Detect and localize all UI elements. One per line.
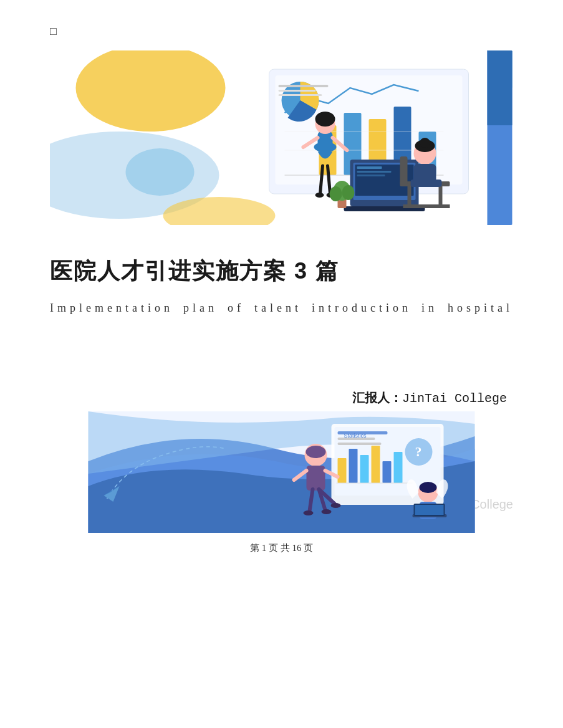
page-number: 第 1 页 共 16 页 <box>50 542 513 554</box>
svg-point-52 <box>342 185 355 200</box>
svg-rect-61 <box>338 458 347 483</box>
svg-rect-21 <box>279 94 322 96</box>
svg-rect-25 <box>357 166 382 169</box>
svg-rect-27 <box>357 175 385 176</box>
bookmark-icon: □ <box>50 25 513 38</box>
svg-rect-86 <box>415 505 444 515</box>
svg-rect-20 <box>279 90 316 92</box>
svg-point-71 <box>306 446 326 458</box>
svg-point-46 <box>420 138 430 148</box>
svg-rect-48 <box>411 180 442 187</box>
svg-rect-65 <box>383 461 392 483</box>
svg-rect-72 <box>307 466 325 491</box>
svg-text:?: ? <box>415 444 422 459</box>
svg-rect-63 <box>360 455 369 483</box>
svg-rect-66 <box>394 452 403 483</box>
subtitle-word-1: Implementation <box>50 302 173 315</box>
svg-rect-7 <box>488 50 512 125</box>
subtitle-word-5: introduction <box>312 302 411 315</box>
svg-point-37 <box>315 193 324 198</box>
page-container: □ <box>0 0 563 728</box>
svg-rect-62 <box>349 449 358 483</box>
subtitle: Implementation plan of talent introducti… <box>50 302 513 315</box>
subtitle-word-6: in <box>421 302 438 315</box>
svg-rect-26 <box>357 171 392 173</box>
svg-point-32 <box>315 112 335 127</box>
svg-point-82 <box>420 482 437 493</box>
svg-rect-30 <box>318 132 333 151</box>
subtitle-word-3: of <box>228 302 244 315</box>
svg-point-80 <box>331 503 341 508</box>
bottom-banner: ? <box>50 411 513 533</box>
top-banner <box>50 50 513 225</box>
svg-rect-43 <box>400 156 408 184</box>
svg-rect-19 <box>279 85 329 87</box>
reporter-label: 汇报人： <box>352 390 402 406</box>
title-section: 医院人才引进实施方案 3 篇 Implementation plan of ta… <box>50 256 513 315</box>
svg-point-77 <box>304 510 314 515</box>
svg-point-78 <box>322 509 332 514</box>
svg-text:Statistics: Statistics <box>344 433 367 439</box>
svg-rect-64 <box>372 446 380 483</box>
subtitle-word-4: talent <box>254 302 302 315</box>
svg-point-3 <box>126 148 195 196</box>
subtitle-word-2: plan <box>183 302 218 315</box>
main-title: 医院人才引进实施方案 3 篇 <box>50 256 513 287</box>
subtitle-word-7: hospital <box>448 302 513 315</box>
reporter-section: 汇报人： JinTai College <box>50 390 513 406</box>
svg-point-51 <box>330 186 342 201</box>
svg-rect-60 <box>338 443 382 445</box>
reporter-name: JinTai College <box>402 391 507 406</box>
